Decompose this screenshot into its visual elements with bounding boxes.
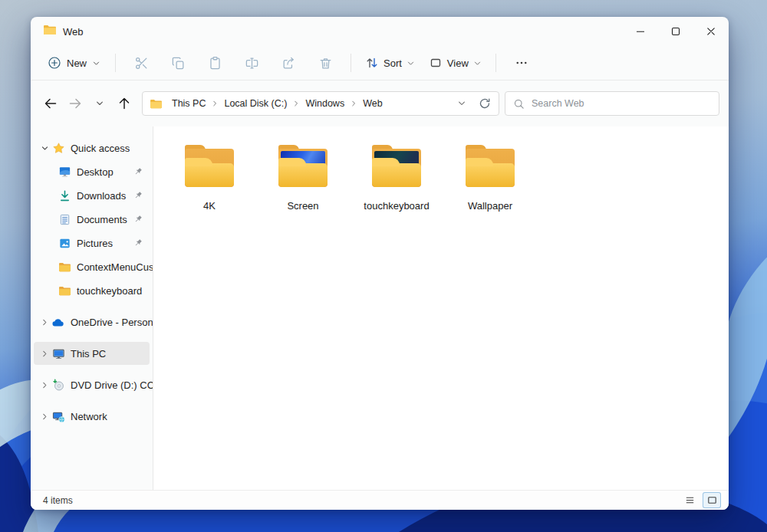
chevron-down-icon	[407, 59, 415, 67]
dvd-disc-icon	[51, 379, 66, 392]
sidebar-item-label: Documents	[77, 214, 127, 225]
sidebar-item-contextmenucust[interactable]: ContextMenuCust	[34, 255, 150, 278]
folder-item-4k[interactable]: 4K	[167, 142, 252, 212]
folder-tiles: 4K Screen touchkeyboard	[167, 142, 729, 212]
pin-icon	[133, 191, 143, 202]
chevron-down-icon	[95, 99, 104, 108]
view-button[interactable]: View	[422, 51, 489, 74]
pin-icon	[133, 215, 143, 226]
navigation-bar: This PC Local Disk (C:) Windows Web	[31, 80, 729, 126]
rename-button[interactable]	[236, 50, 267, 76]
desktop-icon	[57, 166, 72, 179]
address-folder-icon	[150, 99, 163, 109]
folder-name: Screen	[287, 200, 318, 212]
chevron-down-icon[interactable]	[38, 144, 51, 153]
sidebar-item-label: Quick access	[71, 143, 130, 154]
desktop: Web New	[0, 0, 767, 532]
sidebar-item-quick-access[interactable]: Quick access	[34, 136, 150, 159]
network-globe-icon	[51, 410, 66, 423]
ellipsis-icon	[515, 56, 528, 70]
folder-name: Wallpaper	[468, 200, 512, 212]
sidebar-item-downloads[interactable]: Downloads	[34, 184, 150, 207]
chevron-right-icon[interactable]	[38, 350, 51, 358]
paste-clipboard-icon	[208, 56, 222, 71]
file-explorer-window: Web New	[31, 17, 729, 510]
sort-icon	[365, 56, 379, 70]
chevron-right-icon[interactable]	[38, 318, 51, 327]
folder-item-screen[interactable]: Screen	[261, 142, 345, 212]
sidebar-item-onedrive[interactable]: OneDrive - Personal	[34, 310, 150, 333]
sidebar-item-label: Network	[71, 411, 107, 422]
toolbar-divider	[115, 54, 116, 72]
pin-icon	[133, 167, 143, 179]
details-view-button[interactable]	[680, 492, 699, 508]
sidebar-item-touchkeyboard[interactable]: touchkeyboard	[34, 279, 150, 302]
forward-button[interactable]	[63, 91, 87, 116]
sort-button-label: Sort	[384, 57, 402, 69]
new-button-label: New	[67, 57, 87, 69]
sidebar-item-label: This PC	[71, 348, 106, 360]
address-dropdown-button[interactable]	[451, 93, 472, 114]
new-button[interactable]: New	[40, 51, 108, 74]
maximize-button[interactable]	[658, 17, 693, 46]
paste-button[interactable]	[199, 50, 230, 76]
document-icon	[57, 213, 72, 226]
chevron-down-icon	[457, 99, 466, 108]
sort-button[interactable]: Sort	[358, 51, 422, 74]
large-icons-view-button[interactable]	[703, 492, 721, 508]
sidebar-item-documents[interactable]: Documents	[34, 208, 150, 231]
search-box	[505, 91, 719, 116]
back-button[interactable]	[38, 91, 63, 116]
breadcrumb: This PC Local Disk (C:) Windows Web	[167, 95, 451, 112]
folder-item-wallpaper[interactable]: Wallpaper	[448, 142, 532, 212]
delete-button[interactable]	[310, 50, 341, 76]
view-button-label: View	[447, 57, 469, 69]
copy-button[interactable]	[163, 50, 193, 76]
close-button[interactable]	[693, 17, 729, 46]
chevron-right-icon	[292, 100, 300, 107]
share-icon	[281, 56, 296, 71]
address-bar[interactable]: This PC Local Disk (C:) Windows Web	[142, 91, 499, 116]
sidebar-item-this-pc[interactable]: This PC	[34, 342, 150, 365]
more-options-button[interactable]	[506, 50, 537, 76]
breadcrumb-local-disk[interactable]: Local Disk (C:)	[219, 95, 291, 112]
breadcrumb-windows[interactable]: Windows	[301, 95, 349, 112]
file-list: 4K Screen touchkeyboard	[153, 126, 729, 490]
title-bar[interactable]: Web	[31, 17, 729, 46]
cut-button[interactable]	[126, 50, 156, 76]
sidebar-item-dvd-drive[interactable]: DVD Drive (D:) CCCO	[34, 373, 150, 396]
chevron-right-icon	[211, 100, 219, 107]
main-area: Quick access Desktop	[31, 126, 729, 490]
picture-icon	[57, 237, 72, 250]
search-input[interactable]	[532, 98, 711, 109]
arrow-up-icon	[117, 96, 132, 111]
sidebar-item-pictures[interactable]: Pictures	[34, 232, 150, 255]
window-title: Web	[63, 26, 84, 38]
status-bar: 4 items	[31, 490, 729, 510]
folder-name: 4K	[203, 200, 216, 212]
folder-item-touchkeyboard[interactable]: touchkeyboard	[354, 142, 439, 212]
chevron-right-icon[interactable]	[38, 412, 51, 421]
chevron-right-icon[interactable]	[38, 381, 51, 389]
pin-icon	[133, 238, 143, 250]
up-button[interactable]	[112, 91, 137, 116]
minimize-button[interactable]	[623, 17, 658, 46]
sidebar-item-label: Pictures	[77, 238, 113, 249]
folder-icon	[459, 142, 521, 191]
chevron-down-icon	[473, 59, 482, 67]
breadcrumb-this-pc[interactable]: This PC	[167, 95, 210, 112]
minimize-icon	[635, 26, 646, 37]
toolbar-divider	[351, 54, 351, 72]
share-button[interactable]	[273, 50, 304, 76]
arrow-right-icon	[67, 96, 83, 111]
folder-icon-with-preview	[366, 142, 427, 191]
download-arrow-icon	[57, 189, 72, 202]
sidebar-item-desktop[interactable]: Desktop	[34, 160, 150, 183]
refresh-button[interactable]	[474, 93, 495, 114]
large-icons-view-icon	[706, 494, 718, 506]
copy-icon	[171, 56, 186, 71]
folder-icon	[57, 262, 72, 272]
breadcrumb-web[interactable]: Web	[358, 95, 387, 112]
recent-locations-button[interactable]	[87, 91, 112, 116]
sidebar-item-network[interactable]: Network	[34, 405, 150, 428]
